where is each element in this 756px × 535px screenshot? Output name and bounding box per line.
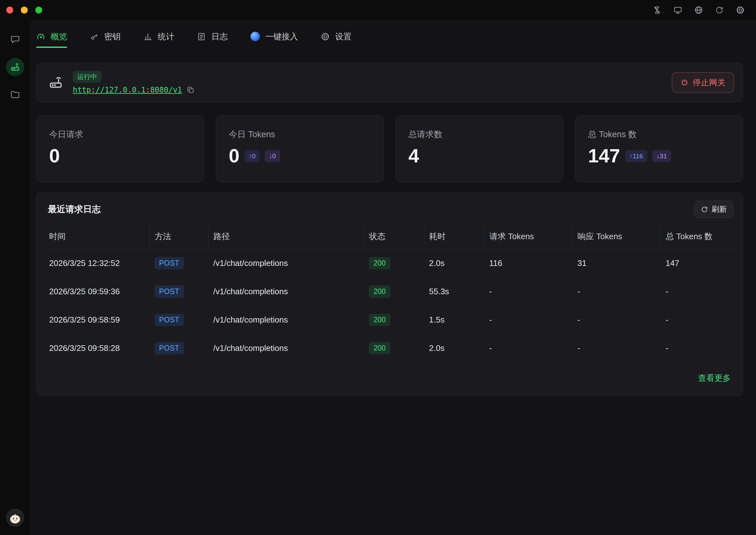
- active-tab-indicator: [36, 46, 67, 48]
- tokens-up-badge: ↑116: [625, 150, 647, 162]
- avatar-mascot-icon: [6, 509, 24, 527]
- stat-value: 147: [588, 146, 620, 165]
- cell-req-tokens: -: [484, 278, 572, 306]
- tab-label: 概览: [51, 31, 67, 42]
- method-badge: POST: [155, 314, 184, 326]
- recent-logs-card: 最近请求日志 刷新: [36, 192, 743, 396]
- gateway-status-info: 运行中 http://127.0.0.1:8080/v1: [73, 71, 194, 95]
- cell-total-tokens: -: [661, 306, 735, 334]
- stat-card-today-tokens: 今日 Tokens 0 ↑0 ↓0: [216, 115, 384, 182]
- bar-chart-icon: [143, 32, 152, 41]
- minimize-window-button[interactable]: [21, 7, 28, 14]
- view-more-link[interactable]: 查看更多: [698, 373, 731, 384]
- tab-stats[interactable]: 统计: [143, 25, 174, 48]
- cell-res-tokens: -: [572, 334, 661, 362]
- stat-label: 今日 Tokens: [229, 129, 371, 140]
- cell-path: /v1/chat/completions: [208, 306, 364, 334]
- gateway-url-link[interactable]: http://127.0.0.1:8080/v1: [73, 86, 182, 95]
- avatar[interactable]: [6, 509, 24, 527]
- tokens-up-badge: ↑0: [244, 150, 259, 162]
- refresh-icon[interactable]: [715, 6, 724, 14]
- method-badge: POST: [155, 285, 184, 298]
- sidebar: [0, 20, 30, 535]
- gear-icon: [321, 32, 330, 41]
- status-badge: 200: [369, 342, 390, 354]
- tab-label: 统计: [158, 31, 174, 42]
- refresh-icon: [701, 206, 708, 213]
- cell-time: 2026/3/25 09:58:28: [44, 334, 150, 362]
- table-row: 2026/3/25 09:59:36 POST /v1/chat/complet…: [44, 278, 735, 306]
- tab-label: 设置: [335, 31, 351, 42]
- router-icon: [48, 75, 63, 90]
- cell-duration: 2.0s: [424, 334, 484, 362]
- traffic-lights: [6, 7, 42, 14]
- logs-table: 时间 方法 路径 状态 耗时 请求 Tokens 响应 Tokens 总 Tok…: [44, 224, 735, 362]
- col-header-total-tokens: 总 Tokens 数: [661, 224, 735, 249]
- cell-res-tokens: -: [572, 306, 661, 334]
- stat-label: 今日请求: [49, 129, 191, 140]
- cell-res-tokens: 31: [572, 249, 661, 278]
- close-window-button[interactable]: [6, 7, 13, 14]
- stat-value: 4: [408, 146, 419, 165]
- tab-settings[interactable]: 设置: [321, 25, 351, 48]
- table-row: 2026/3/25 12:32:52 POST /v1/chat/complet…: [44, 249, 735, 278]
- col-header-path: 路径: [208, 224, 364, 249]
- chat-icon: [10, 34, 20, 44]
- refresh-button[interactable]: 刷新: [694, 201, 733, 218]
- refresh-label: 刷新: [711, 204, 727, 214]
- stats-row: 今日请求 0 今日 Tokens 0 ↑0 ↓0 总请求数 4: [36, 115, 743, 182]
- main-panel: 概览 密钥: [30, 20, 756, 535]
- titlebar-actions: [653, 6, 745, 14]
- tab-label: 一键接入: [265, 31, 298, 42]
- tab-keys[interactable]: 密钥: [90, 25, 121, 48]
- status-badge: 200: [369, 314, 390, 326]
- tab-logs[interactable]: 日志: [197, 25, 228, 48]
- sidebar-item-gateway[interactable]: [6, 58, 24, 76]
- cell-total-tokens: -: [661, 334, 735, 362]
- tokens-down-badge: ↓0: [265, 150, 280, 162]
- tab-overview[interactable]: 概览: [36, 25, 67, 48]
- gateway-status-card: 运行中 http://127.0.0.1:8080/v1: [36, 63, 743, 102]
- stat-card-today-requests: 今日请求 0: [36, 115, 204, 182]
- sidebar-item-chat[interactable]: [6, 30, 24, 48]
- titlebar: [0, 0, 756, 20]
- col-header-res-tokens: 响应 Tokens: [572, 224, 661, 249]
- table-row: 2026/3/25 09:58:59 POST /v1/chat/complet…: [44, 306, 735, 334]
- cell-total-tokens: -: [661, 278, 735, 306]
- folder-icon: [10, 90, 20, 100]
- col-header-method: 方法: [150, 224, 208, 249]
- sidebar-item-files[interactable]: [6, 86, 24, 104]
- stat-label: 总 Tokens 数: [588, 129, 730, 140]
- method-badge: POST: [155, 257, 184, 269]
- tab-quick-connect[interactable]: 一键接入: [251, 25, 298, 48]
- col-header-duration: 耗时: [424, 224, 484, 249]
- cell-time: 2026/3/25 12:32:52: [44, 249, 150, 278]
- cell-duration: 2.0s: [424, 249, 484, 278]
- tab-label: 密钥: [104, 31, 121, 42]
- gateway-url-row: http://127.0.0.1:8080/v1: [73, 86, 194, 95]
- stat-card-total-tokens: 总 Tokens 数 147 ↑116 ↓31: [575, 115, 743, 182]
- logs-footer: 查看更多: [37, 362, 743, 396]
- globe-icon[interactable]: [694, 6, 703, 14]
- timer-off-icon[interactable]: [653, 6, 661, 14]
- col-header-req-tokens: 请求 Tokens: [484, 224, 572, 249]
- status-badge: 200: [369, 257, 390, 269]
- stop-gateway-button[interactable]: 停止网关: [672, 72, 734, 93]
- logs-icon: [197, 32, 206, 41]
- status-badge: 200: [369, 285, 390, 298]
- cell-res-tokens: -: [572, 278, 661, 306]
- logs-header: 最近请求日志 刷新: [37, 193, 743, 224]
- method-badge: POST: [155, 342, 184, 354]
- zoom-window-button[interactable]: [35, 7, 42, 14]
- tab-bar: 概览 密钥: [36, 25, 743, 48]
- cell-duration: 55.3s: [424, 278, 484, 306]
- cell-path: /v1/chat/completions: [208, 249, 364, 278]
- app-shell: 概览 密钥: [0, 20, 756, 535]
- copy-icon[interactable]: [187, 86, 194, 94]
- logs-title: 最近请求日志: [48, 203, 101, 215]
- col-header-time: 时间: [44, 224, 150, 249]
- gear-icon[interactable]: [736, 6, 745, 14]
- display-icon[interactable]: [674, 6, 682, 14]
- cell-time: 2026/3/25 09:59:36: [44, 278, 150, 306]
- col-header-status: 状态: [364, 224, 424, 249]
